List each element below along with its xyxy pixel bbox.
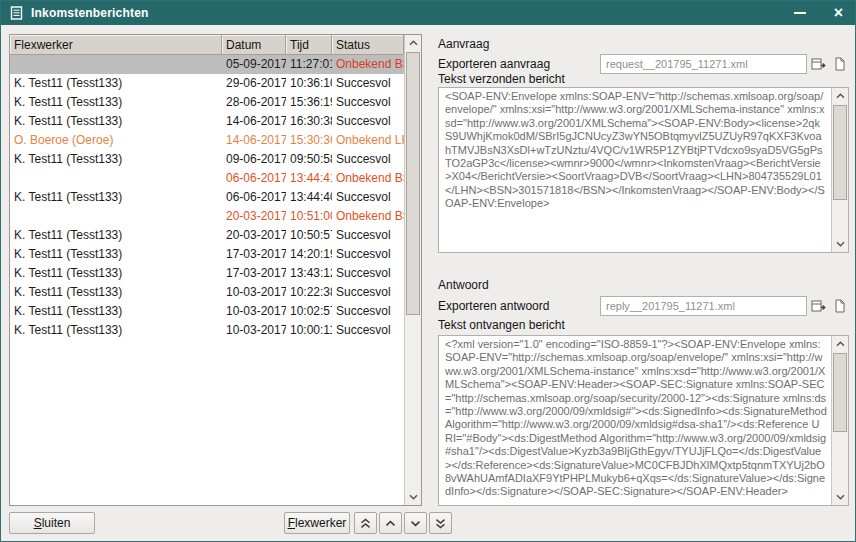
export-aanvraag-button[interactable] bbox=[810, 55, 828, 73]
flexwerker-cell: K. Test11 (Tesst133) bbox=[10, 321, 222, 340]
table-row[interactable]: K. Test11 (Tesst133)17-03-201713:43:12Su… bbox=[10, 264, 404, 283]
verzonden-scrollbar[interactable] bbox=[831, 88, 848, 252]
open-antwoord-document-button[interactable] bbox=[831, 297, 849, 315]
flexwerker-cell: K. Test11 (Tesst133) bbox=[10, 188, 222, 207]
scrollbar-track[interactable] bbox=[832, 104, 848, 236]
flexwerker-cell bbox=[10, 55, 222, 74]
flexwerker-cell: K. Test11 (Tesst133) bbox=[10, 150, 222, 169]
ontvangen-bericht-box: <?xml version="1.0" encoding="ISO-8859-1… bbox=[438, 335, 849, 506]
exporteren-aanvraag-label: Exporteren aanvraag bbox=[438, 57, 600, 71]
chevron-down-icon bbox=[410, 520, 421, 527]
flexwerker-button[interactable]: Flexwerker bbox=[284, 512, 350, 534]
table-row[interactable]: O. Boeroe (Oeroe)14-06-201715:30:36Onbek… bbox=[10, 131, 404, 150]
column-header-datum[interactable]: Datum bbox=[222, 35, 286, 54]
flexwerker-cell: K. Test11 (Tesst133) bbox=[10, 245, 222, 264]
status-cell: Succesvol bbox=[332, 93, 404, 112]
flexwerker-cell: K. Test11 (Tesst133) bbox=[10, 283, 222, 302]
export-file-icon bbox=[811, 299, 827, 313]
scroll-up-arrow-icon[interactable] bbox=[832, 88, 848, 104]
minimize-button[interactable] bbox=[794, 5, 806, 21]
status-cell: Onbekend BSN bbox=[332, 169, 404, 188]
tijd-cell: 11:27:01 bbox=[286, 55, 332, 74]
scrollbar-thumb[interactable] bbox=[833, 353, 847, 432]
export-antwoord-row: Exporteren antwoord bbox=[438, 296, 849, 316]
double-chevron-down-icon bbox=[435, 518, 446, 529]
column-header-status[interactable]: Status bbox=[332, 35, 404, 54]
tijd-cell: 10:02:57 bbox=[286, 302, 332, 321]
close-icon: × bbox=[834, 6, 843, 20]
first-record-button[interactable] bbox=[354, 512, 377, 534]
column-header-tijd[interactable]: Tijd bbox=[286, 35, 332, 54]
table-row[interactable]: K. Test11 (Tesst133)14-06-201716:30:38Su… bbox=[10, 112, 404, 131]
open-aanvraag-document-button[interactable] bbox=[831, 55, 849, 73]
datum-cell: 06-06-2017 bbox=[222, 188, 286, 207]
scrollbar-thumb[interactable] bbox=[833, 105, 847, 200]
scroll-up-arrow-icon[interactable] bbox=[832, 336, 848, 352]
datum-cell: 06-06-2017 bbox=[222, 169, 286, 188]
tekst-ontvangen-label: Tekst ontvangen bericht bbox=[438, 318, 565, 332]
export-file-icon bbox=[811, 57, 827, 71]
table-header: FlexwerkerDatumTijdStatus bbox=[10, 35, 404, 55]
datum-cell: 09-06-2017 bbox=[222, 150, 286, 169]
detail-panel: Aanvraag Exporteren aanvraag Tekst verzo… bbox=[438, 25, 849, 541]
status-cell: Succesvol bbox=[332, 188, 404, 207]
tijd-cell: 13:43:12 bbox=[286, 264, 332, 283]
flexwerker-cell: K. Test11 (Tesst133) bbox=[10, 264, 222, 283]
scrollbar-track[interactable] bbox=[832, 352, 848, 489]
scroll-down-arrow-icon[interactable] bbox=[405, 489, 421, 505]
scroll-down-arrow-icon[interactable] bbox=[832, 489, 848, 505]
tijd-cell: 15:30:36 bbox=[286, 131, 332, 150]
scroll-down-arrow-icon[interactable] bbox=[832, 236, 848, 252]
table-row[interactable]: K. Test11 (Tesst133)10-03-201710:00:11Su… bbox=[10, 321, 404, 340]
flexwerker-cell bbox=[10, 169, 222, 188]
scroll-up-arrow-icon[interactable] bbox=[405, 35, 421, 51]
exporteren-antwoord-label: Exporteren antwoord bbox=[438, 299, 600, 313]
berichten-table: FlexwerkerDatumTijdStatus 05-09-201711:2… bbox=[9, 34, 422, 506]
previous-record-button[interactable] bbox=[379, 512, 402, 534]
antwoord-heading: Antwoord bbox=[438, 278, 489, 292]
ontvangen-scrollbar[interactable] bbox=[831, 336, 848, 505]
scrollbar-thumb[interactable] bbox=[406, 52, 420, 315]
table-row[interactable]: K. Test11 (Tesst133)06-06-201713:44:40Su… bbox=[10, 188, 404, 207]
table-row[interactable]: K. Test11 (Tesst133)09-06-201709:50:58Su… bbox=[10, 150, 404, 169]
table-row[interactable]: 20-03-201710:51:00Onbekend BSN bbox=[10, 207, 404, 226]
next-record-button[interactable] bbox=[404, 512, 427, 534]
table-row[interactable]: K. Test11 (Tesst133)28-06-201715:36:19Su… bbox=[10, 93, 404, 112]
tijd-cell: 13:44:41 bbox=[286, 169, 332, 188]
exporteren-aanvraag-input[interactable] bbox=[600, 54, 807, 74]
status-cell: Succesvol bbox=[332, 112, 404, 131]
tekst-verzonden-label: Tekst verzonden bericht bbox=[438, 72, 565, 86]
datum-cell: 10-03-2017 bbox=[222, 283, 286, 302]
table-row[interactable]: 06-06-201713:44:41Onbekend BSN bbox=[10, 169, 404, 188]
datum-cell: 17-03-2017 bbox=[222, 264, 286, 283]
last-record-button[interactable] bbox=[429, 512, 452, 534]
window-title: Inkomstenberichten bbox=[31, 6, 149, 20]
status-cell: Onbekend BSN bbox=[332, 207, 404, 226]
table-scrollbar[interactable] bbox=[404, 35, 421, 505]
document-icon bbox=[834, 299, 846, 313]
sluiten-button[interactable]: Sluiten bbox=[9, 512, 95, 534]
table-row[interactable]: K. Test11 (Tesst133)10-03-201710:22:38Su… bbox=[10, 283, 404, 302]
scrollbar-track[interactable] bbox=[405, 51, 421, 489]
inkomstenberichten-dialog: Inkomstenberichten × FlexwerkerDatumTijd… bbox=[0, 0, 856, 542]
datum-cell: 10-03-2017 bbox=[222, 321, 286, 340]
close-button[interactable]: × bbox=[834, 5, 843, 21]
exporteren-antwoord-input[interactable] bbox=[600, 296, 807, 316]
table-row[interactable]: K. Test11 (Tesst133)10-03-201710:02:57Su… bbox=[10, 302, 404, 321]
table-row[interactable]: K. Test11 (Tesst133)20-03-201710:50:57Su… bbox=[10, 226, 404, 245]
flexwerker-cell: O. Boeroe (Oeroe) bbox=[10, 131, 222, 150]
datum-cell: 29-06-2017 bbox=[222, 74, 286, 93]
table-row[interactable]: K. Test11 (Tesst133)29-06-201710:36:10Su… bbox=[10, 74, 404, 93]
table-row[interactable]: 05-09-201711:27:01Onbekend BSN bbox=[10, 55, 404, 74]
status-cell: Succesvol bbox=[332, 283, 404, 302]
column-header-flexwerker[interactable]: Flexwerker bbox=[10, 35, 222, 54]
tijd-cell: 10:50:57 bbox=[286, 226, 332, 245]
verzonden-bericht-text[interactable]: <SOAP-ENV:Envelope xmlns:SOAP-ENV="http:… bbox=[439, 88, 831, 252]
ontvangen-bericht-text[interactable]: <?xml version="1.0" encoding="ISO-8859-1… bbox=[439, 336, 831, 505]
tijd-cell: 16:30:38 bbox=[286, 112, 332, 131]
export-antwoord-button[interactable] bbox=[810, 297, 828, 315]
status-cell: Onbekend LHN bbox=[332, 131, 404, 150]
tijd-cell: 09:50:58 bbox=[286, 150, 332, 169]
table-row[interactable]: K. Test11 (Tesst133)17-03-201714:20:19Su… bbox=[10, 245, 404, 264]
status-cell: Succesvol bbox=[332, 150, 404, 169]
